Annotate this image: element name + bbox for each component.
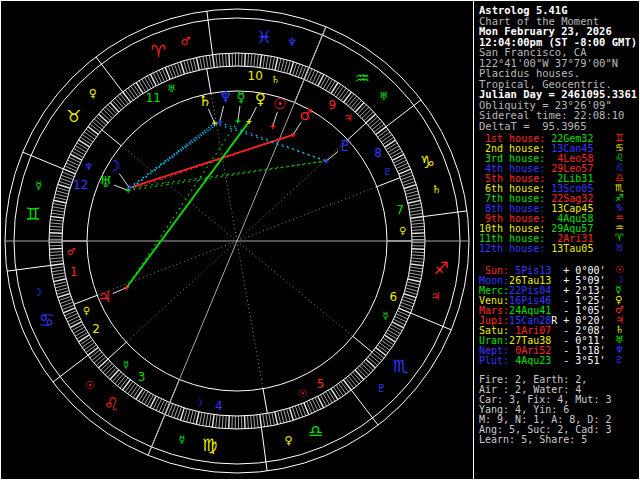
zodiac-sign-icon: ♌ [104,394,119,414]
sign-ruler-icon: ☿ [178,433,185,446]
header-line: Placidus houses. [479,68,637,79]
planet-icon: ♇ [615,355,624,365]
planet-icon: ♆ [219,88,232,106]
house-number: 7 [396,203,404,217]
tally-line: Learn: 5, Share: 5 [479,435,611,445]
house-ruler-icon: ☿ [123,359,129,370]
house-number: 11 [146,91,161,105]
house-ruler-icon: ♅ [167,83,176,94]
zodiac-sign-icon: ♉ [66,106,81,126]
aspect-lines [126,121,326,288]
planet-icon: ☉ [273,95,286,113]
planet-icon: ♄ [198,92,211,110]
planet-icon: ♅ [99,173,112,191]
sign-ruler-icon: ☽ [33,286,43,299]
house-ruler-icon: ☽ [194,397,203,408]
zodiac-sign-icon: ♏ [393,356,408,376]
header-line: DeltaT = 95.3965 [479,121,637,132]
sign-ruler-icon: ♀ [284,434,292,447]
planet-position-list: Sun: 5Pis13 + 0°00'☉Moon:26Tau13 + 5°09'… [479,266,605,366]
header-line: Mon February 23, 2026 [479,26,637,37]
house-number: 10 [248,69,263,83]
house-ruler-icon: ♄ [271,74,280,85]
zodiac-sign-icon: ♓ [256,27,271,47]
zodiac-sign-icon: ♉ [615,243,624,253]
house-row: 12th house: 13Tau05♉ [479,244,593,254]
sign-ruler-icon: ♄ [432,183,442,196]
zodiac-sign-icon: ♑ [420,152,435,172]
element-tally: Fire: 2, Earth: 2,Air : 2, Water: 4Car: … [479,375,611,445]
house-ruler-icon: ♆ [84,161,93,172]
house-ruler-icon: ♀ [83,305,90,316]
house-ruler-icon: ☉ [298,388,307,399]
house-ruler-icon: ♃ [344,112,353,123]
sign-ruler-icon: ♇ [376,382,386,395]
house-number: 6 [389,290,397,304]
sign-ruler-icon: ☿ [35,179,42,192]
planet-glyphs: ☉☽☿♀♂♃♄♅♆♇ [98,88,352,306]
planet-icon: ♀ [255,90,266,108]
sign-ruler-icon: ♂ [181,35,191,48]
planet-pointers [113,106,338,294]
house-cusp-list: 1st house: 22Gem32♊ 2nd house: 13Can45♋ … [479,134,593,254]
zodiac-sign-icon: ♐ [434,258,449,278]
planet-icon: ☿ [236,88,245,106]
header-line: Sidereal time: 22:08:10 [479,110,637,121]
zodiac-sign-icon: ♋ [39,310,54,330]
header-line: San Francisco, CA [479,47,637,58]
house-number: 2 [92,322,100,336]
zodiac-sign-icon: ♒ [355,68,370,88]
sign-ruler-icon: ♀ [89,87,97,100]
house-ruler-icon: ♀ [399,225,406,236]
chart-header: Astrolog 5.41GChart of the MomentMon Feb… [479,5,637,131]
header-line: Julian Day = 2461095.3361 [479,89,637,100]
house-number: 12 [73,178,88,192]
planet-icon: ♃ [98,288,111,306]
planet-degree-dots [124,119,329,291]
house-ruler-icon: ☿ [382,310,388,321]
sign-ruler-icon: ♅ [379,90,389,103]
zodiac-sign-icon: ♎ [308,421,323,441]
zodiac-sign-icon: ♊ [25,204,40,224]
house-number: 5 [317,377,325,391]
planet-row: Plut: 4Aqu23 - 3°51'♇ [479,356,605,366]
sign-ruler-icon: ♃ [431,290,441,303]
sign-ruler-icon: ☉ [85,379,95,392]
info-panel: Astrolog 5.41GChart of the MomentMon Feb… [479,1,639,480]
house-number: 1 [70,265,78,279]
zodiac-sign-icon: ♍ [202,435,217,455]
planet-icon: ♇ [338,137,351,155]
sign-ruler-icon: ♆ [287,36,297,49]
zodiac-sign-icon: ♈ [151,41,166,61]
planet-icon: ♂ [299,106,312,124]
house-ruler-icon: ♂ [67,246,76,257]
house-ruler-icon: ♇ [383,166,392,177]
house-number: 4 [215,399,223,413]
house-number: 9 [329,98,337,112]
panel-divider [473,1,474,480]
chart-wheel: ♈♂♉♀♊☿♋☽♌☉♍☿♎♀♏♇♐♃♑♄♒♅♓♆1♂2♀3☿4☽5☉6☿7♀8♇… [1,1,473,480]
house-number: 3 [138,370,146,384]
header-line: Astrolog 5.41G [479,5,637,16]
house-number: 8 [374,146,382,160]
astrolog-window: ♈♂♉♀♊☿♋☽♌☉♍☿♎♀♏♇♐♃♑♄♒♅♓♆1♂2♀3☿4☽5☉6☿7♀8♇… [0,0,640,480]
